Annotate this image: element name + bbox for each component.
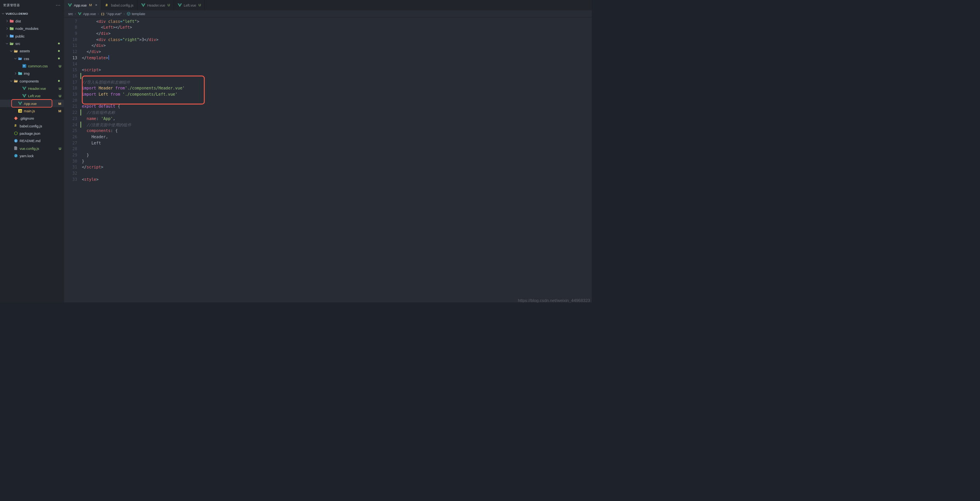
tree-item-img[interactable]: img (0, 70, 64, 77)
tab-header[interactable]: Header.vueU (137, 0, 174, 10)
file-node-icon (14, 131, 18, 135)
git-modified-dot (58, 43, 60, 45)
code-line: <Left></Left> (82, 24, 592, 31)
file-tree: distnode_modulespublicsrcassetscsscommon… (0, 17, 64, 302)
tab-label: App.vue (74, 3, 87, 7)
tree-item-label: Header.vue (28, 86, 46, 90)
tab-label: babel.config.js (111, 3, 134, 7)
crumb-symbol[interactable]: template (127, 12, 145, 15)
tree-item-left-vue[interactable]: Left.vueU (0, 92, 64, 100)
line-number: 12 (64, 49, 77, 55)
code-line: <div class="left"> (82, 18, 592, 24)
git-change-glyph (81, 110, 81, 116)
tree-item-label: src (15, 41, 20, 45)
git-status-badge: U (59, 146, 62, 150)
line-number: 26 (64, 134, 77, 140)
tree-item-label: Left.vue (28, 94, 40, 98)
tab-label: Header.vue (147, 3, 165, 7)
code-line: </div> (82, 31, 592, 37)
file-info-icon (14, 139, 18, 143)
tree-item-app-vue[interactable]: App.vueM (0, 100, 64, 107)
code-line: //导入头部组件和左侧组件 (82, 79, 592, 85)
crumb-scope[interactable]: "App.vue" (101, 12, 122, 15)
tab-label: Left.vue (184, 3, 196, 7)
line-number: 10 (64, 36, 77, 43)
tree-item-readme[interactable]: README.md (0, 137, 64, 144)
git-modified-dot (58, 58, 60, 60)
tree-item-css[interactable]: css (0, 55, 64, 62)
tree-item-label: node_modules (15, 27, 38, 31)
tree-item-src[interactable]: src (0, 40, 64, 47)
chevron-right-icon (14, 72, 17, 75)
tree-item-assets[interactable]: assets (0, 47, 64, 55)
line-number: 22 (64, 110, 77, 116)
tree-item-babel-cfg[interactable]: babel.config.js (0, 122, 64, 129)
line-number: 8 (64, 24, 77, 31)
line-number: 15 (64, 67, 77, 73)
line-number: 32 (64, 170, 77, 177)
breadcrumb: src › App.vue › "App.vue" › template (64, 10, 592, 17)
tree-item-label: img (24, 72, 30, 75)
line-number: 20 (64, 97, 77, 103)
line-number: 19 (64, 91, 77, 98)
tab-left[interactable]: Left.vueU (174, 0, 205, 10)
file-vuecfg-icon (14, 146, 18, 150)
code-line: } (82, 158, 592, 164)
line-number: 25 (64, 128, 77, 134)
crumb-src[interactable]: src (68, 12, 73, 15)
tab-app[interactable]: App.vueM× (64, 0, 101, 10)
code-line: <script> (82, 67, 592, 73)
tree-item-components[interactable]: components (0, 77, 64, 84)
file-vue-icon (22, 94, 27, 98)
tree-item-dist[interactable]: dist (0, 17, 64, 25)
git-modified-dot (58, 80, 60, 82)
tab-babel[interactable]: babel.config.js (101, 0, 138, 10)
tree-item-label: vue.config.js (20, 146, 39, 150)
tree-item-gitignore[interactable]: .gitignore (0, 115, 64, 122)
git-status-badge: U (59, 64, 62, 68)
explorer-root[interactable]: VUECLI-DEMO (0, 10, 64, 17)
folder-css-icon (18, 57, 22, 60)
line-number: 7 (64, 18, 77, 24)
git-modified-dot (58, 50, 60, 52)
tree-item-common-css[interactable]: common.cssU (0, 62, 64, 70)
tree-item-package-json[interactable]: package.json (0, 130, 64, 137)
close-icon[interactable]: × (95, 3, 98, 7)
tree-item-header-vue[interactable]: Header.vueU (0, 85, 64, 92)
gutter: 7891011121314151617181920212223242526272… (64, 17, 80, 303)
code-line: components: { (82, 128, 592, 134)
file-css-icon (22, 64, 27, 68)
module-icon (127, 12, 130, 16)
folder-green-icon (9, 27, 14, 31)
git-status-badge: M (89, 3, 92, 7)
tree-item-yarn-lock[interactable]: yarn.lock (0, 152, 64, 160)
explorer-more-button[interactable]: ··· (56, 3, 61, 8)
code-line: <style> (82, 176, 592, 182)
tree-item-main-js[interactable]: main.jsM (0, 107, 64, 115)
tree-item-public[interactable]: public (0, 32, 64, 39)
line-number: 28 (64, 146, 77, 152)
git-status-badge: M (58, 109, 62, 113)
line-number: 11 (64, 43, 77, 49)
code-line: <div class="right">3</div> (82, 36, 592, 43)
git-status-badge: U (59, 86, 62, 90)
root-label: VUECLI-DEMO (5, 12, 28, 15)
babel-icon (105, 3, 109, 7)
chevron-down-icon (9, 49, 13, 52)
file-js-icon (18, 109, 22, 113)
line-number: 30 (64, 158, 77, 164)
code-line: export default { (82, 103, 592, 110)
git-change-glyph (81, 73, 81, 79)
file-git-icon (14, 117, 18, 120)
code-line: </div> (82, 43, 592, 49)
file-vue-icon (18, 101, 22, 105)
code-editor[interactable]: 7891011121314151617181920212223242526272… (64, 17, 592, 303)
chevron-down-icon (14, 57, 17, 60)
explorer-panel: 资源管理器 ··· VUECLI-DEMO distnode_modulespu… (0, 0, 64, 303)
tree-item-label: babel.config.js (20, 124, 42, 128)
git-status-badge: U (199, 3, 201, 7)
line-number: 14 (64, 61, 77, 67)
crumb-file[interactable]: App.vue (78, 12, 96, 15)
tree-item-vue-config[interactable]: vue.config.jsU (0, 144, 64, 152)
tree-item-node_modules[interactable]: node_modules (0, 25, 64, 32)
